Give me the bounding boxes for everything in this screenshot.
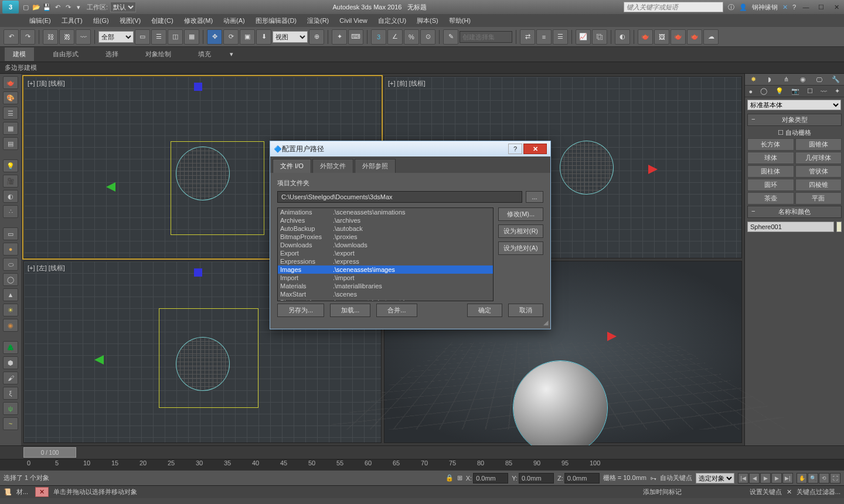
curve-editor-icon[interactable]: 📈	[576, 29, 591, 45]
menu-render[interactable]: 渲染(R)	[302, 15, 333, 26]
layer-icon[interactable]: ☰	[553, 29, 568, 45]
select-name-icon[interactable]: ☰	[151, 29, 166, 45]
goto-end-icon[interactable]: ▶|	[782, 473, 793, 483]
zoom-icon[interactable]: 🔍	[808, 473, 818, 483]
feather-icon[interactable]: ~	[3, 417, 18, 430]
grid2-icon[interactable]: ▦	[3, 122, 18, 135]
ribbon-tab-freeform[interactable]: 自由形式	[45, 47, 87, 61]
torus-prim-icon[interactable]: ◯	[3, 273, 18, 286]
palette-icon[interactable]: 🎨	[3, 91, 18, 104]
render-production-icon[interactable]: 🫖	[671, 29, 686, 45]
menu-modifiers[interactable]: 修改器(M)	[179, 15, 218, 26]
key-icon[interactable]: 🗝	[650, 475, 656, 482]
viewport-left-label[interactable]: [+] [左] [线框]	[28, 264, 65, 273]
menu-group[interactable]: 组(G)	[89, 15, 114, 26]
infocenter-icon[interactable]: ⓘ	[728, 3, 734, 12]
resize-grip-icon[interactable]: ◢	[543, 319, 548, 326]
workspace-select[interactable]: 默认	[110, 2, 136, 12]
schematic-icon[interactable]: ⿻	[592, 29, 607, 45]
setkey-button[interactable]: 设置关键点	[750, 488, 782, 496]
align-icon[interactable]: ≡	[536, 29, 552, 45]
dialog-title-bar[interactable]: 🔷 配置用户路径 ? ✕	[270, 141, 550, 156]
keyboard-shortcut-icon[interactable]: ⌨	[348, 29, 363, 45]
menu-graph[interactable]: 图形编辑器(D)	[251, 15, 301, 26]
tab-external-files[interactable]: 外部文件	[312, 159, 353, 173]
helpers-cat-icon[interactable]: ☐	[807, 87, 813, 95]
key-target-select[interactable]: 选定对象	[696, 473, 734, 483]
selection-filter[interactable]: 全部	[98, 31, 134, 43]
name-color-header[interactable]: −名称和颜色	[747, 206, 842, 218]
ribbon-panel-label[interactable]: 多边形建模	[0, 62, 844, 74]
teapot-button[interactable]: 茶壶	[747, 192, 794, 205]
box-button[interactable]: 长方体	[747, 138, 794, 151]
cone-button[interactable]: 圆锥体	[795, 138, 842, 151]
material-editor-icon[interactable]: ◐	[615, 29, 630, 45]
ribbon-tab-populate[interactable]: 填充	[190, 47, 219, 61]
pyramid-button[interactable]: 四棱锥	[795, 179, 842, 191]
menu-views[interactable]: 视图(V)	[115, 15, 146, 26]
grid3-icon[interactable]: ▤	[3, 137, 18, 150]
coord-x-input[interactable]	[473, 473, 508, 483]
play-icon[interactable]: ▶	[760, 473, 771, 483]
path-list-item[interactable]: Expressions.\express	[278, 257, 493, 265]
browse-button[interactable]: ...	[526, 191, 543, 203]
path-list-item[interactable]: Photometric.\sceneassets\photometric	[278, 298, 493, 301]
camera-tool-icon[interactable]: 🎥	[3, 175, 18, 188]
placement-icon[interactable]: ⬇	[256, 29, 271, 45]
goto-start-icon[interactable]: |◀	[738, 473, 748, 483]
mirror-icon[interactable]: ⇄	[520, 29, 535, 45]
path-list-item[interactable]: Animations.\sceneassets\animations	[278, 208, 493, 216]
list-icon[interactable]: ☰	[3, 107, 18, 120]
scale-icon[interactable]: ▣	[240, 29, 255, 45]
add-time-tag[interactable]: 添加时间标记	[643, 488, 682, 496]
cancel-button[interactable]: 取消	[508, 304, 543, 317]
dialog-close-button[interactable]: ✕	[523, 144, 547, 154]
autokey-button[interactable]: 自动关键点	[660, 474, 692, 482]
object-color-swatch[interactable]	[836, 222, 842, 232]
shadow-icon[interactable]: ◐	[3, 190, 18, 203]
snap-toggle-icon[interactable]: 3	[371, 29, 386, 45]
exchange-icon[interactable]: ✕	[782, 4, 788, 11]
plane-button[interactable]: 平面	[795, 192, 842, 205]
menu-create[interactable]: 创建(C)	[147, 15, 178, 26]
next-frame-icon[interactable]: ▶	[771, 473, 782, 483]
viewport-top-label[interactable]: [+] [顶] [线框]	[28, 79, 65, 88]
ribbon-tab-paint[interactable]: 对象绘制	[137, 47, 179, 61]
coord-y-input[interactable]	[519, 473, 554, 483]
undo-button[interactable]: ↶	[4, 29, 19, 45]
torus-button[interactable]: 圆环	[747, 179, 794, 191]
utilities-tab-icon[interactable]: 🔧	[830, 75, 842, 84]
menu-civil[interactable]: Civil View	[335, 16, 372, 25]
sphere-prim-icon[interactable]: ●	[3, 243, 18, 256]
unlink-icon[interactable]: ⛓̸	[59, 29, 74, 45]
path-list-item[interactable]: BitmapProxies.\proxies	[278, 233, 493, 241]
primitive-category-select[interactable]: 标准基本体	[747, 100, 841, 110]
path-list-item[interactable]: AutoBackup.\autoback	[278, 224, 493, 233]
path-list-item[interactable]: Downloads.\downloads	[278, 241, 493, 249]
tab-xrefs[interactable]: 外部参照	[355, 159, 396, 173]
percent-snap-icon[interactable]: %	[404, 29, 419, 45]
dialog-help-button[interactable]: ?	[508, 144, 522, 154]
ribbon-expand-icon[interactable]: ▾	[230, 50, 233, 58]
merge-button[interactable]: 合并...	[376, 304, 417, 317]
ribbon-tab-modeling[interactable]: 建模	[5, 47, 34, 61]
project-path-input[interactable]	[277, 191, 522, 203]
menu-animation[interactable]: 动画(A)	[219, 15, 250, 26]
autogrid-checkbox[interactable]: ☐ 自动栅格	[745, 127, 844, 138]
open-icon[interactable]: 📂	[32, 2, 41, 12]
redo-icon[interactable]: ↷	[63, 2, 73, 12]
select-object-icon[interactable]: ▭	[135, 29, 150, 45]
menu-edit[interactable]: 编辑(E)	[25, 15, 56, 26]
manipulate-icon[interactable]: ✦	[332, 29, 347, 45]
path-list-item[interactable]: Materials.\materiallibraries	[278, 282, 493, 290]
path-list-item[interactable]: Import.\import	[278, 274, 493, 282]
time-slider-thumb[interactable]: 0 / 100	[23, 447, 76, 458]
spacewarps-cat-icon[interactable]: 〰	[821, 88, 827, 95]
maximize-button[interactable]: ☐	[816, 2, 826, 12]
ok-button[interactable]: 确定	[467, 304, 502, 317]
geosphere-button[interactable]: 几何球体	[795, 152, 842, 164]
ribbon-tab-selection[interactable]: 选择	[97, 47, 127, 61]
script-label[interactable]: 材...	[16, 488, 28, 496]
render-iterative-icon[interactable]: 🫖	[687, 29, 702, 45]
coord-z-input[interactable]	[564, 473, 600, 483]
